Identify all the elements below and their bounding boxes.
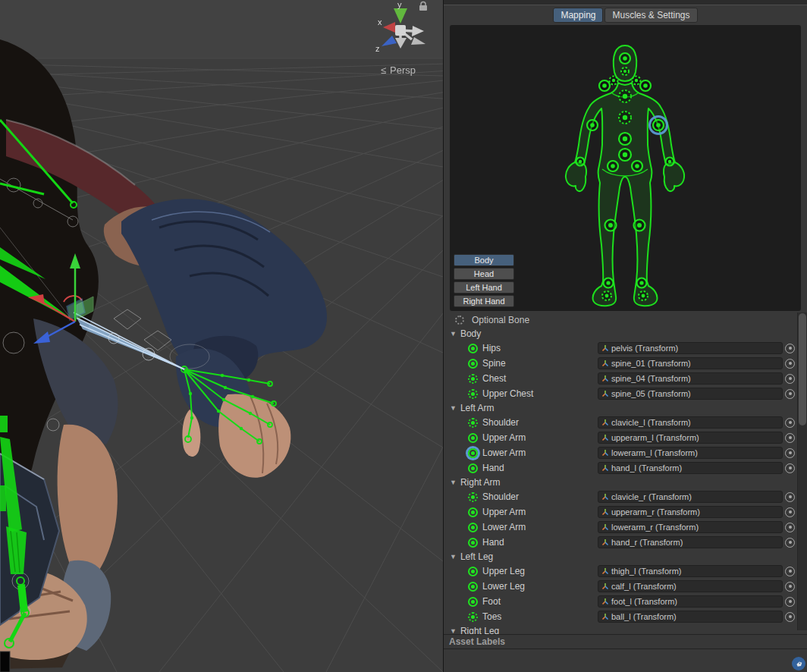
- bone-row-left-foot[interactable]: Foot foot_l (Transform): [444, 594, 797, 609]
- bone-row-right-hand[interactable]: Hand hand_r (Transform): [444, 535, 797, 550]
- object-picker-icon[interactable]: [785, 523, 795, 532]
- transform-field-left-upper-leg[interactable]: thigh_l (Transform): [598, 565, 783, 577]
- object-picker-icon[interactable]: [785, 418, 795, 428]
- bone-row-right-upper-arm[interactable]: Upper Arm upperarm_r (Transform): [444, 504, 797, 520]
- bone-row-hips[interactable]: Hips pelvis (Transform): [444, 341, 797, 356]
- scrollbar-thumb[interactable]: [799, 313, 806, 425]
- transform-field-left-toes[interactable]: ball_l (Transform): [598, 611, 783, 623]
- transform-icon: [601, 419, 609, 426]
- transform-icon: [601, 539, 609, 546]
- bone-mapping-list: Optional Bone ▼ Body Hips pelvis (Transf…: [444, 312, 797, 634]
- bone-status-icon: [468, 463, 478, 473]
- transform-field-right-lower-arm[interactable]: lowerarm_r (Transform): [598, 521, 783, 533]
- bone-status-icon: [468, 582, 478, 592]
- bone-row-left-lower-arm[interactable]: Lower Arm lowerarm_l (Transform): [444, 445, 797, 460]
- section-right-arm[interactable]: ▼ Right Arm: [444, 476, 797, 489]
- view-button-left-hand[interactable]: Left Hand: [454, 281, 514, 294]
- bone-status-icon: [468, 523, 478, 532]
- bone-row-left-toes[interactable]: Toes ball_l (Transform): [444, 609, 797, 624]
- object-picker-icon[interactable]: [785, 448, 795, 458]
- bone-row-left-upper-leg[interactable]: Upper Leg thigh_l (Transform): [444, 564, 797, 579]
- bone-status-icon: [468, 507, 478, 517]
- section-right-leg[interactable]: ▼ Right Leg: [444, 624, 797, 634]
- section-left-arm[interactable]: ▼ Left Arm: [444, 401, 797, 415]
- tab-muscles-settings[interactable]: Muscles & Settings: [604, 8, 697, 23]
- scene-corner-widget: [0, 652, 10, 672]
- view-button-right-hand[interactable]: Right Hand: [454, 295, 514, 307]
- view-button-body[interactable]: Body: [454, 254, 514, 266]
- object-picker-icon[interactable]: [785, 359, 795, 369]
- asset-label-tag-button[interactable]: [792, 657, 805, 670]
- transform-field-left-shoulder[interactable]: clavicle_l (Transform): [598, 416, 783, 429]
- transform-field-right-upper-arm[interactable]: upperarm_r (Transform): [598, 506, 783, 518]
- persp-label: Persp: [390, 64, 416, 76]
- bone-status-icon: [468, 612, 478, 622]
- section-left-leg[interactable]: ▼ Left Leg: [444, 550, 797, 564]
- inspector-footer: [444, 650, 807, 672]
- persp-button[interactable]: ≤ Persp: [381, 64, 416, 76]
- gizmo-cube[interactable]: [395, 25, 406, 36]
- foldout-triangle-icon: ▼: [450, 404, 457, 412]
- transform-field-upper-chest[interactable]: spine_05 (Transform): [598, 388, 783, 400]
- foldout-triangle-icon: ▼: [450, 627, 457, 634]
- object-picker-icon[interactable]: [785, 597, 795, 607]
- transform-field-left-lower-leg[interactable]: calf_l (Transform): [598, 580, 783, 592]
- transform-icon: [601, 613, 609, 620]
- transform-field-left-foot[interactable]: foot_l (Transform): [598, 595, 783, 608]
- bone-row-left-upper-arm[interactable]: Upper Arm upperarm_l (Transform): [444, 430, 797, 445]
- object-picker-icon[interactable]: [785, 433, 795, 443]
- tab-mapping[interactable]: Mapping: [553, 8, 603, 23]
- optional-bone-icon: [455, 316, 464, 325]
- bone-row-left-hand[interactable]: Hand hand_l (Transform): [444, 460, 797, 476]
- view-button-head[interactable]: Head: [454, 268, 514, 280]
- foldout-triangle-icon: ▼: [450, 553, 457, 561]
- transform-field-right-hand[interactable]: hand_r (Transform): [598, 536, 783, 548]
- transform-field-left-hand[interactable]: hand_l (Transform): [598, 462, 783, 474]
- bone-status-icon: [468, 359, 478, 369]
- inspector-scrollbar[interactable]: [797, 312, 807, 630]
- persp-icon: ≤: [381, 64, 386, 76]
- transform-field-chest[interactable]: spine_04 (Transform): [598, 372, 783, 385]
- bone-status-icon: [468, 418, 478, 428]
- bone-row-chest[interactable]: Chest spine_04 (Transform): [444, 371, 797, 386]
- bone-status-icon: [468, 344, 478, 353]
- transform-icon: [601, 375, 609, 382]
- asset-labels-header[interactable]: Asset Labels: [444, 634, 807, 649]
- object-picker-icon[interactable]: [785, 344, 795, 353]
- transform-icon: [601, 583, 609, 590]
- transform-icon: [601, 464, 609, 472]
- object-picker-icon[interactable]: [785, 374, 795, 384]
- object-picker-icon[interactable]: [785, 612, 795, 622]
- bone-row-spine[interactable]: Spine spine_01 (Transform): [444, 356, 797, 371]
- unity-editor-window: y x z ≤ Persp Mapping Muscles & Settings: [0, 0, 807, 672]
- transform-icon: [601, 598, 609, 605]
- bone-status-icon: [468, 538, 478, 548]
- object-picker-icon[interactable]: [785, 492, 795, 502]
- bone-status-icon: [468, 389, 478, 399]
- bone-status-icon-selected: [468, 448, 478, 458]
- avatar-tab-bar: Mapping Muscles & Settings: [444, 5, 807, 25]
- bone-row-upper-chest[interactable]: Upper Chest spine_05 (Transform): [444, 386, 797, 401]
- avatar-inspector-panel: Mapping Muscles & Settings: [443, 0, 807, 672]
- object-picker-icon[interactable]: [785, 507, 795, 517]
- scene-view[interactable]: y x z ≤ Persp: [0, 0, 443, 672]
- tag-icon: [794, 659, 803, 668]
- bone-row-left-lower-leg[interactable]: Lower Leg calf_l (Transform): [444, 579, 797, 594]
- bone-row-right-lower-arm[interactable]: Lower Arm lowerarm_r (Transform): [444, 520, 797, 535]
- bone-row-right-shoulder[interactable]: Shoulder clavicle_r (Transform): [444, 489, 797, 504]
- object-picker-icon[interactable]: [785, 582, 795, 592]
- object-picker-icon[interactable]: [785, 538, 795, 548]
- transform-field-left-upper-arm[interactable]: upperarm_l (Transform): [598, 432, 783, 444]
- transform-field-spine[interactable]: spine_01 (Transform): [598, 357, 783, 369]
- z-axis-label: z: [375, 44, 380, 53]
- transform-field-hips[interactable]: pelvis (Transform): [598, 342, 783, 354]
- optional-bone-legend: Optional Bone: [444, 312, 797, 327]
- transform-field-left-lower-arm[interactable]: lowerarm_l (Transform): [598, 447, 783, 459]
- object-picker-icon[interactable]: [785, 463, 795, 473]
- avatar-diagram: Body Head Left Hand Right Hand: [450, 25, 801, 311]
- object-picker-icon[interactable]: [785, 567, 795, 576]
- section-body[interactable]: ▼ Body: [444, 327, 797, 341]
- object-picker-icon[interactable]: [785, 389, 795, 399]
- transform-field-right-shoulder[interactable]: clavicle_r (Transform): [598, 491, 783, 503]
- bone-row-left-shoulder[interactable]: Shoulder clavicle_l (Transform): [444, 415, 797, 430]
